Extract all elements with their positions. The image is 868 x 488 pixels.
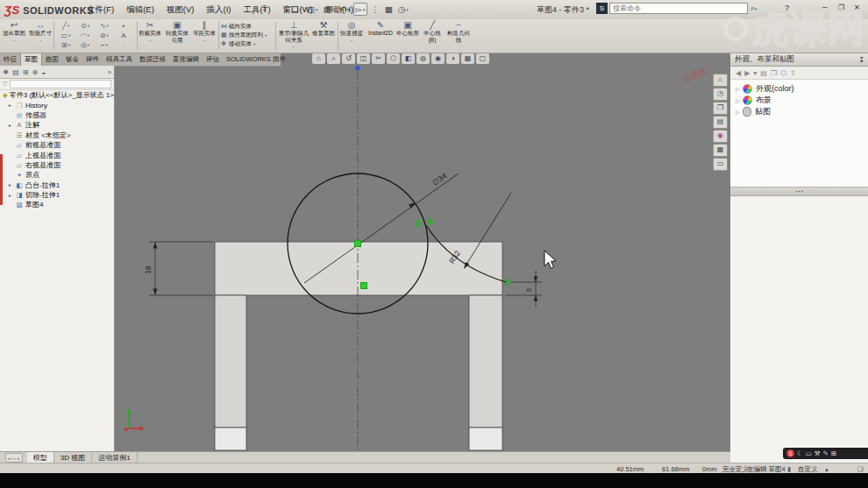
- section-view-icon[interactable]: ◫: [357, 53, 370, 64]
- tab-sketch[interactable]: 草图: [20, 52, 42, 66]
- forum-tab-icon[interactable]: ▭: [713, 158, 728, 171]
- tab-direct-editing[interactable]: 直接编辑: [169, 53, 203, 66]
- zoom-fit-icon[interactable]: ⌂: [312, 53, 325, 64]
- caret-icon[interactable]: ▾: [88, 24, 89, 28]
- repair-sketch-button[interactable]: ⚒ 修复草图: [312, 20, 335, 51]
- instant2d-button[interactable]: ✎ Instant2D: [366, 20, 395, 51]
- smart-dimension-button[interactable]: ↔ 智能尺寸 ⌄: [28, 20, 53, 51]
- dimxpert-tab-icon[interactable]: ⊕: [32, 68, 38, 76]
- caret-icon[interactable]: ▾: [68, 43, 70, 47]
- sketch-tool-spline[interactable]: ∿▾: [95, 21, 114, 31]
- graphics-area[interactable]: [114, 53, 729, 451]
- first-tab-icon[interactable]: «: [8, 456, 11, 461]
- handwriting-icon[interactable]: ✎: [823, 449, 829, 457]
- edit-appearance-icon[interactable]: ◉: [431, 53, 445, 64]
- tree-item-sensors[interactable]: ◎传感器: [0, 110, 114, 120]
- pin-icon[interactable]: ↧: [858, 55, 864, 64]
- tree-item-boss-extrude1[interactable]: ▸◧凸台-拉伸1: [0, 180, 114, 190]
- expander-icon[interactable]: ▸: [9, 103, 15, 108]
- tab-solidworks-addins[interactable]: SOLIDWORKS 插件: [223, 53, 289, 66]
- sketch-tool-rectangle[interactable]: ▭▾: [56, 31, 75, 40]
- display-delete-relations-button[interactable]: ⊥ 显示/删除几何关系 ⌄: [278, 20, 309, 51]
- save-button[interactable]: ◫▾: [305, 4, 320, 15]
- sketch-tool-ring[interactable]: ◎▾: [75, 40, 95, 50]
- tree-item-right-plane[interactable]: ▱右视基准面: [0, 160, 114, 170]
- home-tab-icon[interactable]: ⌂: [713, 74, 728, 87]
- caret-icon[interactable]: ▾: [88, 33, 89, 38]
- caret-icon[interactable]: ⌄: [292, 44, 295, 48]
- print-button[interactable]: ▤▾: [322, 4, 337, 15]
- caret-icon[interactable]: ▾: [253, 42, 255, 46]
- sketch-tool-arc[interactable]: ◠▾: [75, 31, 95, 40]
- menu-tools[interactable]: 工具(T): [237, 4, 276, 16]
- keyboard-icon[interactable]: ⊞: [831, 449, 836, 457]
- linear-pattern-button[interactable]: ▦线性草图阵列▾: [221, 31, 274, 39]
- caret-icon[interactable]: ⌄: [39, 38, 42, 42]
- quick-snaps-button[interactable]: ◎ 快速捕捉 ⌄: [340, 20, 363, 51]
- tab-mold-tools[interactable]: 模具工具: [103, 53, 136, 66]
- caret-icon[interactable]: ⌄: [148, 38, 152, 42]
- last-tab-icon[interactable]: »: [17, 456, 19, 461]
- tab-weldments[interactable]: 焊件: [82, 53, 103, 66]
- new-document-button[interactable]: ❏▾: [289, 4, 303, 15]
- dynamic-annotation-icon[interactable]: ✂: [372, 53, 385, 64]
- options-button[interactable]: ◷▾: [396, 4, 410, 15]
- filter-funnel-icon[interactable]: ▽: [3, 81, 7, 88]
- propertymanager-tab-icon[interactable]: ▤: [12, 68, 19, 76]
- previous-view-icon[interactable]: ↺: [342, 53, 355, 64]
- tree-item-top-plane[interactable]: ▱上视基准面: [0, 150, 114, 159]
- apply-scene-icon[interactable]: ◑: [446, 53, 459, 64]
- fullscreen-icon[interactable]: ▢: [476, 53, 489, 64]
- caret-icon[interactable]: ▾: [107, 24, 109, 28]
- recent-tab-icon[interactable]: ◷: [713, 88, 728, 101]
- caret-icon[interactable]: ▾: [68, 24, 69, 28]
- rebuild-button[interactable]: ⋮: [369, 4, 381, 15]
- tab-evaluate[interactable]: 评估: [203, 53, 223, 66]
- sketch-tool-ellipse[interactable]: ⊘▾: [95, 31, 114, 40]
- caret-icon[interactable]: ▾: [68, 33, 70, 38]
- tree-item-origin[interactable]: ⌖原点: [0, 170, 114, 180]
- fullwidth-icon[interactable]: ▭: [806, 449, 812, 457]
- expander-icon[interactable]: ▷: [736, 97, 743, 103]
- caret-icon[interactable]: ⌄: [203, 38, 206, 42]
- menu-view[interactable]: 视图(V): [160, 4, 201, 16]
- pin-menu-icon[interactable]: ↧: [261, 4, 268, 13]
- view-settings-icon[interactable]: ▦: [461, 53, 474, 64]
- undo-button[interactable]: ↶▾: [338, 4, 351, 15]
- custom-properties-tab-icon[interactable]: ▦: [713, 144, 728, 157]
- caret-icon[interactable]: ▾: [107, 33, 109, 38]
- sketch-tool-text[interactable]: A: [114, 31, 133, 40]
- decals-node[interactable]: ▷贴图: [730, 106, 868, 117]
- tab-features[interactable]: 特征: [0, 53, 20, 66]
- file-explorer-tab-icon[interactable]: ▤: [713, 116, 728, 129]
- tab-surfaces[interactable]: 曲面: [42, 53, 62, 66]
- prev-tab-icon[interactable]: ‹: [11, 456, 13, 461]
- tab-sheet-metal[interactable]: 钣金: [62, 53, 82, 66]
- display-style-icon[interactable]: ◧: [402, 53, 415, 64]
- model-cube-icon[interactable]: ⬡: [780, 69, 786, 77]
- task-pane-splitter[interactable]: ▪ ▪ ▪: [730, 187, 868, 196]
- expander-icon[interactable]: ▸: [9, 182, 15, 187]
- status-expand-icon[interactable]: ▴: [825, 465, 829, 473]
- trim-entities-button[interactable]: ✂ 剪裁实体 ⌄: [139, 20, 161, 51]
- caret-icon[interactable]: ▾: [88, 43, 89, 47]
- moon-mode-icon[interactable]: ☾: [797, 449, 803, 457]
- tree-item-cut-extrude1[interactable]: ▸◨切除-拉伸1: [0, 190, 114, 200]
- appearances-node[interactable]: ▷外观(color): [730, 83, 868, 95]
- caret-icon[interactable]: ▾: [265, 33, 267, 38]
- dropdown-caret-icon[interactable]: ▾: [753, 69, 757, 77]
- tree-item-history[interactable]: ▸❒History: [0, 100, 114, 110]
- tab-data-migration[interactable]: 数据迁移: [136, 53, 169, 66]
- panel-chevron-icon[interactable]: »: [108, 69, 111, 75]
- menu-file[interactable]: 文件(F): [81, 4, 120, 16]
- exit-sketch-button[interactable]: ↩ 退出草图 ⌄: [2, 20, 26, 51]
- tree-item-material[interactable]: ☰材质 <未指定>: [0, 131, 114, 140]
- expander-icon[interactable]: ▸: [9, 123, 15, 128]
- next-tab-icon[interactable]: ›: [14, 456, 16, 461]
- sketch-tool-circle[interactable]: ⊙▾: [75, 21, 95, 31]
- mirror-entities-button[interactable]: ⋈镜向实体: [221, 22, 274, 31]
- caret-icon[interactable]: ⌄: [12, 38, 16, 42]
- sketch-tool-fillet[interactable]: ⌐▾: [95, 40, 114, 50]
- back-icon[interactable]: ◀: [736, 69, 741, 77]
- file-properties-button[interactable]: ▦: [383, 4, 395, 15]
